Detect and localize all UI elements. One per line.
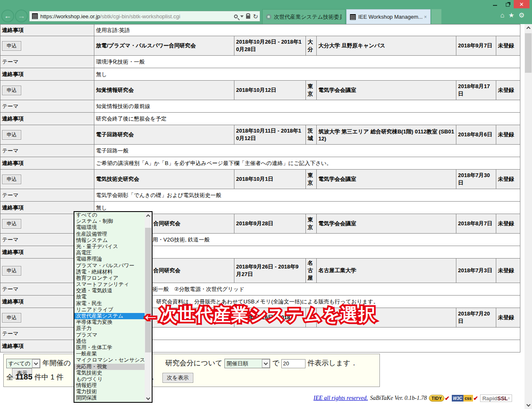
workshop-status: 未登録 bbox=[496, 308, 520, 328]
browser-toolbar: ← → https://workshop.iee.or.jp/sbtk/cgi-… bbox=[0, 8, 532, 24]
apply-button[interactable]: 申込 bbox=[2, 130, 21, 140]
scrollbar-thumb[interactable] bbox=[525, 33, 532, 73]
committee-favicon bbox=[266, 14, 271, 20]
page-scrollbar[interactable] bbox=[525, 24, 532, 409]
minimize-icon bbox=[493, 5, 497, 6]
forward-button[interactable]: → bbox=[15, 10, 28, 22]
w3c-css-badge[interactable]: W3Ccss bbox=[452, 395, 473, 402]
dropdown-option[interactable]: 開閉保護 bbox=[74, 395, 145, 401]
lock-icon bbox=[246, 15, 250, 19]
apply-button[interactable]: 申込 bbox=[2, 313, 21, 323]
back-arrow-icon: ← bbox=[4, 12, 12, 20]
home-icon[interactable]: ⌂ bbox=[500, 12, 505, 19]
dropdown-option[interactable]: 交通・電気鉄道 bbox=[74, 288, 145, 294]
url-text[interactable]: https://workshop.iee.or.jp/sbtk/cgi-bin/… bbox=[40, 13, 234, 20]
scroll-down-icon[interactable] bbox=[145, 395, 152, 402]
apply-button[interactable]: 申込 bbox=[2, 219, 21, 229]
scrollbar-thumb[interactable] bbox=[145, 228, 151, 352]
scroll-up-icon[interactable] bbox=[525, 24, 532, 32]
dropdown-option[interactable]: 半導体電力変換 bbox=[74, 319, 145, 325]
dropdown-option[interactable]: 高電圧 bbox=[74, 250, 145, 256]
notes-value bbox=[94, 340, 520, 352]
dropdown-option[interactable]: すべての bbox=[74, 212, 145, 218]
workshop-deadline: 2018年9月7日 bbox=[456, 36, 496, 56]
dropdown-option[interactable]: 電力技術 bbox=[74, 389, 145, 395]
tab-workshop-management[interactable]: IEE Workshop Managem... × bbox=[346, 9, 431, 24]
site-favicon bbox=[32, 13, 38, 19]
address-bar[interactable]: https://workshop.iee.or.jp/sbtk/cgi-bin/… bbox=[29, 11, 260, 22]
de-text: で bbox=[272, 359, 279, 367]
dropdown-option[interactable]: 原子力 bbox=[74, 325, 145, 332]
dropdown-option[interactable]: ものづくり bbox=[74, 376, 145, 382]
notes-label: 連絡事項 bbox=[0, 113, 94, 125]
theme-value: 環境浄化技術・一般 bbox=[94, 56, 520, 68]
dropdown-option[interactable]: 光応用・視覚 bbox=[74, 364, 145, 370]
refresh-icon[interactable]: ↻ bbox=[253, 13, 258, 20]
dropdown-option[interactable]: 一般産業 bbox=[74, 351, 145, 357]
notes-label: 連絡事項 bbox=[0, 68, 94, 81]
dropdown-option[interactable]: プラズマ・パルスパワー bbox=[74, 263, 145, 269]
apply-button[interactable]: 申込 bbox=[2, 175, 21, 184]
dropdown-option[interactable]: 光・量子デバイス bbox=[74, 244, 145, 250]
select-arrow-icon[interactable] bbox=[262, 359, 270, 368]
search-caret-icon[interactable] bbox=[240, 15, 244, 17]
settings-gear-icon[interactable]: ⚙ bbox=[519, 12, 525, 19]
table-row: 申込 知覚情報研究会 2018年10月12日 東京 電気学会会議室 2018年8… bbox=[0, 81, 520, 100]
dropdown-option[interactable]: スマートファシリティ bbox=[74, 281, 145, 288]
workshop-deadline: 2018年7月3日 bbox=[456, 259, 496, 283]
close-button[interactable]: ✕ bbox=[514, 0, 530, 8]
tab-label: IEE Workshop Managem... bbox=[358, 14, 422, 20]
theme-label: テーマ bbox=[0, 56, 94, 68]
workshop-pref: 東京 bbox=[306, 81, 317, 100]
dropdown-option[interactable]: 情報処理 bbox=[74, 382, 145, 389]
dropdown-option[interactable]: 家電・民生 bbox=[74, 301, 145, 307]
scroll-up-icon[interactable] bbox=[145, 212, 152, 219]
workshop-venue: 筑波大学 第三エリア 総合研究棟B(1階) 0112教室 (SB0112) bbox=[317, 125, 456, 145]
sort-select[interactable]: 開催日順 bbox=[224, 359, 270, 368]
per-page-text: 件表示します． bbox=[308, 359, 357, 367]
rapidssl-badge[interactable]: RapidSSL® bbox=[480, 394, 512, 402]
workshop-venue: 名古屋工業大学 bbox=[317, 259, 456, 283]
dropdown-option[interactable]: 電磁界理論 bbox=[74, 256, 145, 262]
year-select[interactable]: すべての bbox=[6, 359, 40, 368]
table-row: 申込 電気技術史研究会 2018年10月1日 東京 電気学会会議室 2018年7… bbox=[0, 170, 520, 189]
workshop-deadline: 2018年7月20日 bbox=[456, 308, 496, 328]
dropdown-option[interactable]: 医用・生体工学 bbox=[74, 345, 145, 351]
dropdown-option[interactable]: 電磁環境 bbox=[74, 224, 145, 231]
dropdown-option[interactable]: 放電 bbox=[74, 294, 145, 300]
tab-committee[interactable]: 次世代産業システム技術委員会 bbox=[262, 9, 345, 24]
workshop-status: 未登録 bbox=[496, 214, 520, 234]
dropdown-option[interactable]: 情報システム bbox=[74, 237, 145, 244]
next-page-button[interactable]: 次を表示 bbox=[163, 373, 193, 383]
apply-button[interactable]: 申込 bbox=[2, 266, 21, 276]
dropdown-option[interactable]: 通信 bbox=[74, 338, 145, 345]
dropdown-option[interactable]: 電気技術史 bbox=[74, 370, 145, 376]
apply-button[interactable]: 申込 bbox=[2, 41, 21, 51]
restore-button[interactable] bbox=[501, 0, 514, 8]
select-arrow-icon[interactable] bbox=[32, 359, 40, 368]
dropdown-option[interactable]: 生産設備管理 bbox=[74, 231, 145, 237]
theme-value: 電気学会顕彰「でんきの礎」および電気技術史一般 bbox=[94, 189, 520, 202]
tab-close-icon[interactable]: × bbox=[424, 14, 427, 20]
dropdown-option[interactable]: システム・制御 bbox=[74, 218, 145, 224]
workshop-deadline: 2018年7月30日 bbox=[456, 170, 496, 189]
dropdown-option[interactable]: リニアドライブ bbox=[74, 307, 145, 313]
count-input[interactable]: 20 bbox=[281, 359, 305, 368]
tidy-badge[interactable]: TIDY bbox=[429, 395, 444, 402]
dropdown-option[interactable]: マイクロマシン・センサシステム bbox=[74, 357, 145, 363]
dropdown-option[interactable]: プラズマ bbox=[74, 332, 145, 338]
new-tab-button[interactable] bbox=[431, 9, 441, 24]
workshop-date: 2018年10月1日 bbox=[234, 170, 306, 189]
back-button[interactable]: ← bbox=[1, 10, 14, 22]
minimize-button[interactable] bbox=[489, 0, 501, 8]
workshop-status: 未登録 bbox=[496, 36, 520, 56]
workshop-status: 未登録 bbox=[496, 81, 520, 100]
copyright-link[interactable]: IEE all rights reserved. bbox=[313, 395, 368, 402]
scroll-down-icon[interactable] bbox=[525, 402, 532, 409]
dropdown-option[interactable]: 誘電・絶縁材料 bbox=[74, 269, 145, 275]
dropdown-option[interactable]: 次世代産業システム bbox=[74, 313, 145, 319]
search-icon[interactable] bbox=[234, 15, 238, 18]
dropdown-option[interactable]: 教育フロンティア bbox=[74, 275, 145, 281]
favorites-star-icon[interactable]: ★ bbox=[508, 12, 514, 19]
apply-button[interactable]: 申込 bbox=[2, 86, 21, 95]
